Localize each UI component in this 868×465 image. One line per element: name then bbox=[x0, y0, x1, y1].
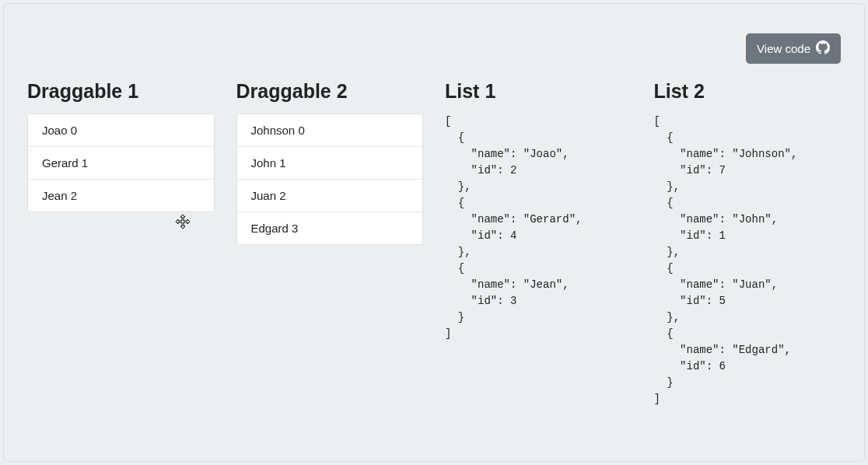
list-2-json-output: [ { "name": "Johnson", "id": 7 }, { "nam… bbox=[654, 114, 842, 407]
list-item[interactable]: John 1 bbox=[237, 147, 423, 180]
draggable-1-list: Joao 0 Gerard 1 Jean 2 bbox=[27, 114, 215, 212]
list-item[interactable]: Gerard 1 bbox=[28, 147, 214, 180]
list-item[interactable]: Jean 2 bbox=[28, 180, 214, 212]
github-icon bbox=[816, 40, 830, 57]
view-code-label: View code bbox=[757, 42, 810, 55]
draggable-1-title: Draggable 1 bbox=[27, 80, 215, 103]
list-item[interactable]: Joao 0 bbox=[28, 114, 214, 147]
draggable-1-column: Draggable 1 Joao 0 Gerard 1 Jean 2 bbox=[27, 80, 215, 407]
list-item[interactable]: Edgard 3 bbox=[237, 212, 423, 244]
list-2-title: List 2 bbox=[654, 80, 842, 103]
list-item[interactable]: Johnson 0 bbox=[237, 114, 423, 147]
list-item[interactable]: Juan 2 bbox=[237, 180, 423, 212]
draggable-2-list: Johnson 0 John 1 Juan 2 Edgard 3 bbox=[236, 114, 424, 245]
list-1-title: List 1 bbox=[445, 80, 632, 103]
list-2-column: List 2 [ { "name": "Johnson", "id": 7 },… bbox=[654, 80, 842, 407]
draggable-2-column: Draggable 2 Johnson 0 John 1 Juan 2 Edga… bbox=[236, 80, 424, 407]
list-1-column: List 1 [ { "name": "Joao", "id": 2 }, { … bbox=[445, 80, 632, 407]
columns-row: Draggable 1 Joao 0 Gerard 1 Jean 2 Dragg… bbox=[27, 33, 841, 407]
demo-container: View code Draggable 1 Joao 0 Gerard 1 Je… bbox=[3, 3, 865, 462]
view-code-button[interactable]: View code bbox=[746, 33, 841, 64]
draggable-2-title: Draggable 2 bbox=[236, 80, 424, 103]
list-1-json-output: [ { "name": "Joao", "id": 2 }, { "name":… bbox=[445, 114, 632, 342]
